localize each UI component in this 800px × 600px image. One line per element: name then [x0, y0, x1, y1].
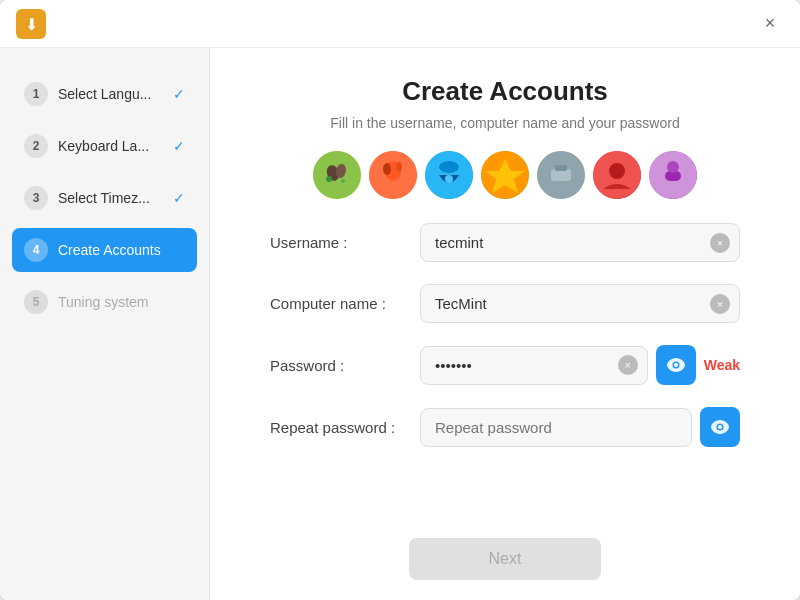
password-input[interactable] [420, 346, 648, 385]
password-input-box: × [420, 346, 648, 385]
check-icon-1: ✓ [173, 86, 185, 102]
step-number-2: 2 [24, 134, 48, 158]
app-logo: ⬇ [16, 9, 46, 39]
avatar-1[interactable] [313, 151, 361, 199]
password-strength-label: Weak [704, 357, 740, 373]
svg-point-20 [609, 163, 625, 179]
step-label-4: Create Accounts [58, 242, 185, 258]
step-label-2: Keyboard La... [58, 138, 163, 154]
step-number-4: 4 [24, 238, 48, 262]
check-icon-3: ✓ [173, 190, 185, 206]
avatar-3[interactable] [425, 151, 473, 199]
avatar-2[interactable] [369, 151, 417, 199]
eye-icon-2 [710, 420, 730, 434]
eye-icon [666, 358, 686, 372]
sidebar-item-accounts[interactable]: 4 Create Accounts [12, 228, 197, 272]
repeat-password-wrapper [420, 407, 740, 447]
avatar-4[interactable] [481, 151, 529, 199]
repeat-password-toggle-button[interactable] [700, 407, 740, 447]
svg-point-13 [445, 175, 453, 183]
repeat-password-label: Repeat password : [270, 419, 420, 436]
computername-input-wrapper: × [420, 284, 740, 323]
close-button[interactable]: × [756, 10, 784, 38]
step-number-1: 1 [24, 82, 48, 106]
username-input-wrapper: × [420, 223, 740, 262]
page-title: Create Accounts [250, 76, 760, 107]
clear-icon-2: × [717, 298, 723, 310]
computername-row: Computer name : × [270, 284, 740, 323]
content-area: 1 Select Langu... ✓ 2 Keyboard La... ✓ 3… [0, 48, 800, 600]
step-number-5: 5 [24, 290, 48, 314]
computername-label: Computer name : [270, 295, 420, 312]
svg-point-6 [341, 179, 345, 183]
next-button[interactable]: Next [409, 538, 602, 580]
avatar-5[interactable] [537, 151, 585, 199]
repeat-password-row: Repeat password : [270, 407, 740, 447]
sidebar-item-timezone[interactable]: 3 Select Timez... ✓ [12, 176, 197, 220]
titlebar: ⬇ × [0, 0, 800, 48]
footer: Next [210, 526, 800, 600]
svg-point-5 [326, 176, 332, 182]
repeat-password-input[interactable] [420, 408, 692, 447]
username-input[interactable] [420, 223, 740, 262]
avatars-row [210, 143, 800, 215]
computername-input[interactable] [420, 284, 740, 323]
svg-point-23 [667, 161, 679, 173]
clear-icon-3: × [624, 359, 630, 371]
repeat-input-box [420, 408, 692, 447]
password-toggle-button[interactable] [656, 345, 696, 385]
avatar-6[interactable] [593, 151, 641, 199]
sidebar-item-language[interactable]: 1 Select Langu... ✓ [12, 72, 197, 116]
computername-clear-button[interactable]: × [710, 294, 730, 314]
sidebar-item-keyboard[interactable]: 2 Keyboard La... ✓ [12, 124, 197, 168]
clear-icon: × [717, 237, 723, 249]
svg-point-25 [674, 363, 678, 367]
page-header: Create Accounts Fill in the username, co… [210, 48, 800, 143]
installer-window: ⬇ × 1 Select Langu... ✓ 2 Keyboard La...… [0, 0, 800, 600]
sidebar: 1 Select Langu... ✓ 2 Keyboard La... ✓ 3… [0, 48, 210, 600]
main-content: Create Accounts Fill in the username, co… [210, 48, 800, 600]
password-clear-button[interactable]: × [618, 355, 638, 375]
check-icon-2: ✓ [173, 138, 185, 154]
page-subtitle: Fill in the username, computer name and … [250, 115, 760, 131]
step-number-3: 3 [24, 186, 48, 210]
username-clear-button[interactable]: × [710, 233, 730, 253]
svg-text:⬇: ⬇ [25, 16, 38, 33]
step-label-3: Select Timez... [58, 190, 163, 206]
svg-point-10 [396, 162, 402, 172]
svg-point-12 [439, 161, 459, 173]
step-label-1: Select Langu... [58, 86, 163, 102]
sidebar-item-tuning: 5 Tuning system [12, 280, 197, 324]
close-icon: × [765, 13, 776, 34]
svg-rect-18 [555, 165, 567, 171]
avatar-7[interactable] [649, 151, 697, 199]
form-area: Username : × Computer name : × [210, 215, 800, 526]
username-row: Username : × [270, 223, 740, 262]
password-label: Password : [270, 357, 420, 374]
password-wrapper: × Weak [420, 345, 740, 385]
username-label: Username : [270, 234, 420, 251]
svg-point-27 [718, 425, 722, 429]
svg-point-9 [383, 163, 391, 175]
step-label-5: Tuning system [58, 294, 185, 310]
password-row: Password : × [270, 345, 740, 385]
